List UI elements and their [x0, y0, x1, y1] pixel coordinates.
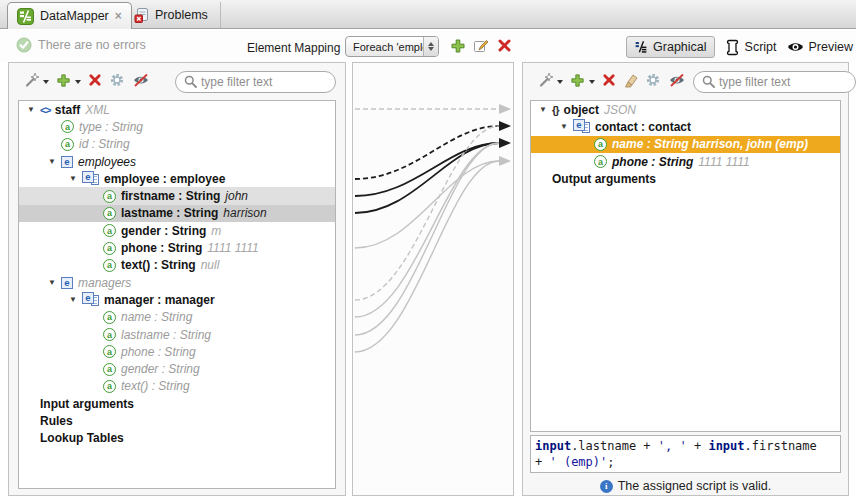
tree-row[interactable]: ▼emanagers: [19, 274, 335, 291]
eye-slash-icon: [132, 73, 150, 87]
view-graphical-label: Graphical: [653, 40, 707, 54]
tree-row[interactable]: ▼eemployees: [19, 153, 335, 170]
auto-map-button[interactable]: [537, 72, 553, 91]
tab-close-icon[interactable]: ×: [115, 10, 122, 22]
delete-field-button[interactable]: [602, 73, 616, 90]
delete-element-mapping-button[interactable]: [497, 38, 512, 56]
view-graphical-button[interactable]: Graphical: [626, 36, 715, 58]
tree-row[interactable]: afirstname : Stringjohn: [19, 187, 335, 204]
tree-row[interactable]: aphone : String: [19, 343, 335, 360]
tree-row[interactable]: ▼eemployee : employee: [19, 170, 335, 187]
hide-unmapped-button[interactable]: [668, 73, 686, 90]
add-field-button[interactable]: [570, 73, 585, 91]
tree-row[interactable]: aphone : String1111 1111: [19, 239, 335, 256]
tree-row[interactable]: Lookup Tables: [19, 430, 335, 447]
auto-map-dropdown-icon[interactable]: [557, 80, 563, 84]
auto-map-dropdown-icon[interactable]: [43, 80, 49, 84]
mapping-line[interactable]: [355, 161, 499, 248]
node-label: phone : String: [121, 241, 202, 255]
tree-row[interactable]: alastname : Stringharrison: [19, 205, 335, 222]
validation-status: There are no errors: [16, 37, 146, 53]
datamapper-icon: [17, 8, 34, 25]
tree-row[interactable]: aphone : String1111 1111: [531, 153, 840, 170]
mapping-canvas[interactable]: [353, 63, 513, 495]
node-label: Input arguments: [40, 397, 134, 411]
element-mapping-select[interactable]: Foreach 'employee': [345, 36, 439, 57]
tab-datamapper[interactable]: DataMapper ×: [7, 2, 132, 29]
attribute-icon: a: [103, 311, 116, 324]
clear-assignment-button[interactable]: [623, 73, 638, 91]
mapping-line[interactable]: [355, 143, 499, 196]
tree-row[interactable]: ▼econtact : contact: [531, 118, 840, 135]
tree-row[interactable]: aid : String: [19, 136, 335, 153]
tree-row[interactable]: aname : String: [19, 309, 335, 326]
expander-icon[interactable]: ▼: [27, 105, 40, 115]
view-script-button[interactable]: Script: [725, 39, 777, 56]
node-label: managers: [78, 276, 131, 290]
tree-row[interactable]: aname : String harrison, john (emp): [531, 136, 840, 153]
view-preview-label: Preview: [809, 40, 853, 54]
tree-row[interactable]: agender : Stringm: [19, 222, 335, 239]
edit-element-mapping-button[interactable]: [473, 38, 489, 57]
add-field-dropdown-icon[interactable]: [75, 80, 81, 84]
node-label: name : String harrison, john (emp): [612, 137, 808, 151]
target-panel-toolbar: [523, 63, 848, 100]
script-status: i The assigned script is valid.: [523, 479, 848, 493]
tree-row[interactable]: ▼<>staffXML: [19, 101, 335, 118]
tree-row[interactable]: ▼{}objectJSON: [531, 101, 840, 118]
attribute-icon: a: [103, 259, 116, 272]
expander-icon[interactable]: ▼: [69, 174, 82, 184]
tree-row[interactable]: atype : String: [19, 118, 335, 135]
mapping-line[interactable]: [355, 161, 499, 352]
tree-row[interactable]: Output arguments: [531, 170, 840, 187]
source-filter-input[interactable]: [201, 75, 327, 89]
script-line: input.lastname + ', ' + input.firstname: [535, 438, 836, 454]
node-label: text() : String: [121, 258, 196, 272]
view-preview-button[interactable]: Preview: [787, 40, 853, 54]
node-label: gender : String: [121, 362, 200, 376]
element-mapping-selected-value: Foreach 'employee': [346, 41, 423, 53]
attribute-icon: a: [103, 224, 116, 237]
attribute-icon: a: [103, 242, 116, 255]
node-label: firstname : String: [121, 189, 220, 203]
expander-icon[interactable]: ▼: [48, 157, 61, 167]
tree-row[interactable]: atext() : String: [19, 378, 335, 395]
mapping-line[interactable]: [355, 143, 499, 317]
properties-button[interactable]: [109, 72, 125, 91]
tree-row[interactable]: alastname : String: [19, 326, 335, 343]
tree-row[interactable]: ▼emanager : manager: [19, 291, 335, 308]
expander-icon[interactable]: ▼: [560, 122, 573, 132]
auto-map-button[interactable]: [23, 72, 39, 91]
select-stepper-icon: [423, 37, 438, 56]
script-view-icon: [725, 39, 740, 56]
element-mapping-label: Element Mapping: [247, 41, 340, 55]
add-element-mapping-button[interactable]: [450, 38, 466, 57]
properties-button[interactable]: [645, 72, 661, 91]
hide-unmapped-button[interactable]: [132, 73, 150, 90]
target-filter-input[interactable]: [719, 75, 847, 89]
tree-row[interactable]: agender : String: [19, 360, 335, 377]
tree-row[interactable]: Rules: [19, 412, 335, 429]
field-script-editor[interactable]: input.lastname + ', ' + input.firstname+…: [530, 435, 841, 473]
tab-problems[interactable]: Problems: [122, 2, 221, 28]
node-label: id : String: [79, 137, 130, 151]
delete-x-icon: [602, 73, 616, 87]
add-field-button[interactable]: [56, 73, 71, 91]
expander-icon[interactable]: ▼: [539, 105, 552, 115]
element-icon: e: [61, 156, 73, 168]
info-icon: i: [600, 480, 613, 493]
mapping-arrow: [499, 104, 511, 114]
node-value: m: [211, 224, 221, 238]
script-line: + ' (emp)';: [535, 454, 836, 470]
delete-field-button[interactable]: [88, 73, 102, 90]
mapping-line[interactable]: [355, 126, 499, 300]
node-label: type : String: [79, 120, 143, 134]
mapping-canvas-panel: [352, 62, 514, 496]
expander-icon[interactable]: ▼: [48, 278, 61, 288]
add-field-dropdown-icon[interactable]: [589, 80, 595, 84]
target-panel: ▼{}objectJSON▼econtact : contactaname : …: [522, 62, 849, 496]
tree-row[interactable]: atext() : Stringnull: [19, 257, 335, 274]
tree-row[interactable]: Input arguments: [19, 395, 335, 412]
attribute-icon: a: [103, 363, 116, 376]
expander-icon[interactable]: ▼: [69, 295, 82, 305]
